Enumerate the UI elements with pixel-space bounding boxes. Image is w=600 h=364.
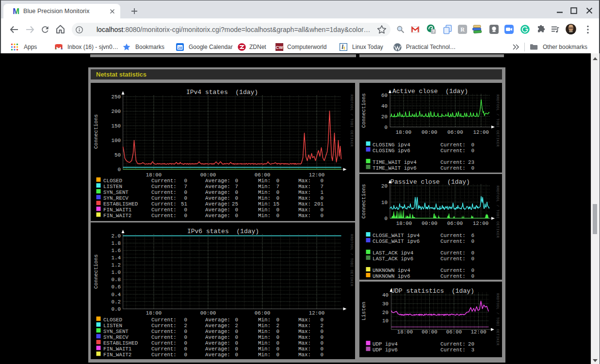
svg-text:20: 20 <box>381 183 388 189</box>
svg-text:7: 7 <box>276 184 279 190</box>
svg-text:0: 0 <box>118 167 121 173</box>
svg-text:Min:: Min: <box>258 340 271 346</box>
svg-text:23: 23 <box>468 159 474 165</box>
svg-text:1.6: 1.6 <box>112 248 121 253</box>
svg-text:Max:: Max: <box>298 195 311 201</box>
svg-text:0: 0 <box>276 195 279 201</box>
svg-text:ESTABLISHED: ESTABLISHED <box>103 340 138 346</box>
svg-text:Average:: Average: <box>205 323 230 329</box>
svg-text:Current:: Current: <box>440 159 466 165</box>
svg-text:LAST_ACK ipv4: LAST_ACK ipv4 <box>373 250 413 256</box>
svg-text:1.4: 1.4 <box>112 255 121 261</box>
svg-text:Max:: Max: <box>298 317 311 323</box>
svg-text:50: 50 <box>114 152 121 158</box>
svg-text:LISTEN: LISTEN <box>103 184 122 190</box>
svg-text:SYN_SENT: SYN_SENT <box>103 190 129 195</box>
svg-text:0.4: 0.4 <box>112 292 121 298</box>
svg-text:UNKNOWN ipv6: UNKNOWN ipv6 <box>373 273 410 279</box>
svg-text:00:00: 00:00 <box>422 221 437 226</box>
svg-text:t: t <box>343 45 345 50</box>
svg-text:0: 0 <box>471 148 474 154</box>
svg-text:UDP ipv6: UDP ipv6 <box>373 347 398 353</box>
svg-text:0: 0 <box>321 340 324 346</box>
svg-text:0: 0 <box>471 273 474 279</box>
svg-text:20: 20 <box>381 114 388 120</box>
svg-text:Current:: Current: <box>151 184 177 190</box>
svg-text:0: 0 <box>184 178 187 184</box>
svg-text:Max:: Max: <box>298 201 311 207</box>
svg-text:12:00: 12:00 <box>309 310 324 316</box>
svg-text:0: 0 <box>235 329 238 334</box>
svg-text:0: 0 <box>321 178 324 184</box>
svg-text:0: 0 <box>184 334 187 340</box>
svg-text:Min:: Min: <box>258 207 271 213</box>
svg-text:Current:: Current: <box>440 238 466 244</box>
svg-text:30: 30 <box>382 301 389 307</box>
svg-text:0: 0 <box>321 207 324 213</box>
svg-text:FIN_WAIT1: FIN_WAIT1 <box>103 346 131 352</box>
svg-text:CLOSING ipv4: CLOSING ipv4 <box>373 142 410 148</box>
svg-text:0: 0 <box>184 317 187 323</box>
svg-text:0: 0 <box>184 207 187 213</box>
svg-text:40: 40 <box>382 292 389 298</box>
svg-text:Min:: Min: <box>258 346 271 352</box>
svg-text:0: 0 <box>276 190 279 195</box>
svg-text:RRDTOOL / TOBI OETIKER: RRDTOOL / TOBI OETIKER <box>350 234 354 286</box>
svg-text:Average:: Average: <box>205 346 230 352</box>
svg-text:0: 0 <box>276 346 279 352</box>
svg-text:Current:: Current: <box>440 273 466 279</box>
svg-text:FIN_WAIT2: FIN_WAIT2 <box>103 213 131 219</box>
svg-text:RRDTOOL / TOBI OETIKER: RRDTOOL / TOBI OETIKER <box>350 95 354 147</box>
svg-text:Min:: Min: <box>258 352 271 358</box>
svg-text:Current:: Current: <box>440 165 466 171</box>
svg-text:TIME_WAIT ipv4: TIME_WAIT ipv4 <box>373 159 417 165</box>
svg-text:Min:: Min: <box>258 323 271 329</box>
svg-text:CLOSED: CLOSED <box>103 317 122 323</box>
svg-text:LISTEN: LISTEN <box>103 323 122 329</box>
svg-text:Min:: Min: <box>258 195 271 201</box>
svg-text:Current:: Current: <box>440 233 466 238</box>
svg-text:06:00: 06:00 <box>447 221 463 226</box>
svg-text:Connections: Connections <box>93 254 99 288</box>
svg-text:2: 2 <box>321 323 324 329</box>
svg-text:Min:: Min: <box>258 317 271 323</box>
svg-text:0: 0 <box>471 165 474 171</box>
svg-text:0: 0 <box>235 178 238 184</box>
svg-text:06:00: 06:00 <box>255 310 270 316</box>
svg-text:0: 0 <box>276 352 279 358</box>
svg-text:20: 20 <box>468 341 474 347</box>
svg-text:15: 15 <box>273 201 279 207</box>
svg-text:0.2: 0.2 <box>112 299 121 305</box>
svg-text:Average:: Average: <box>205 195 230 201</box>
svg-text:12:00: 12:00 <box>309 172 324 178</box>
svg-text:0: 0 <box>235 317 238 323</box>
svg-text:RRDTOOL / TOBI OETIKER: RRDTOOL / TOBI OETIKER <box>496 95 500 147</box>
svg-text:Current:: Current: <box>440 256 466 262</box>
svg-text:00:00: 00:00 <box>422 329 437 335</box>
svg-text:Current:: Current: <box>440 341 466 347</box>
svg-text:Max:: Max: <box>298 190 311 195</box>
svg-text:CLOSE_WAIT ipv6: CLOSE_WAIT ipv6 <box>373 238 420 244</box>
svg-text:Passive close (1day): Passive close (1day) <box>390 178 470 186</box>
svg-text:Min:: Min: <box>258 213 271 219</box>
svg-text:0: 0 <box>235 346 238 352</box>
svg-text:Current:: Current: <box>440 142 466 148</box>
svg-text:Average:: Average: <box>205 190 230 195</box>
svg-text:0: 0 <box>184 340 187 346</box>
svg-text:00:00: 00:00 <box>422 129 437 135</box>
svg-text:60: 60 <box>381 93 388 98</box>
svg-text:0: 0 <box>235 352 238 358</box>
svg-text:0: 0 <box>321 334 324 340</box>
svg-text:Current:: Current: <box>440 148 466 154</box>
svg-text:0: 0 <box>471 238 474 244</box>
svg-text:?: ? <box>432 29 435 34</box>
svg-text:0: 0 <box>235 207 238 213</box>
svg-text:0: 0 <box>276 317 279 323</box>
svg-text:25: 25 <box>232 201 238 207</box>
svg-text:0: 0 <box>184 195 187 201</box>
svg-text:Max:: Max: <box>298 340 311 346</box>
svg-text:0: 0 <box>184 352 187 358</box>
svg-text:Average:: Average: <box>205 207 230 213</box>
svg-text:18:00: 18:00 <box>396 221 412 226</box>
svg-text:Average:: Average: <box>205 178 230 184</box>
